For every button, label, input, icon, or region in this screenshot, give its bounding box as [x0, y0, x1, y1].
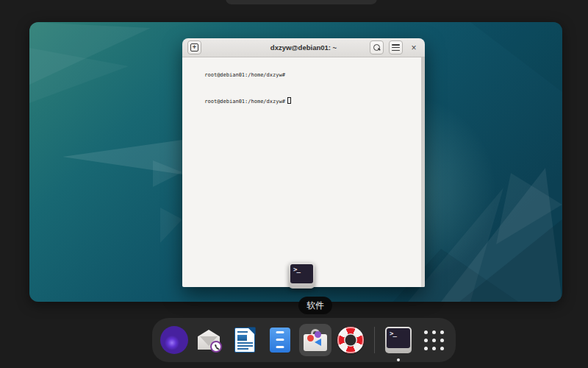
window-title: dxzyw@debian01: ~: [270, 43, 337, 52]
files-icon: [270, 328, 290, 353]
search-icon: [373, 44, 381, 52]
dash-item-files[interactable]: [264, 324, 296, 356]
running-indicator: [397, 358, 400, 361]
dash-item-evolution-mail[interactable]: [193, 324, 226, 356]
window-app-badge-terminal[interactable]: >_: [289, 263, 315, 289]
dash-separator: [374, 327, 375, 353]
evolution-mail-icon: [197, 329, 222, 351]
help-lifebuoy-icon: [337, 327, 364, 353]
software-icon: [304, 329, 327, 351]
dash-item-libreoffice-writer[interactable]: [229, 324, 261, 356]
terminal-window-preview[interactable]: + dxzyw@debian01: ~ × root@debian01:/hom…: [182, 38, 425, 287]
menu-button[interactable]: [389, 40, 403, 54]
new-tab-button[interactable]: +: [187, 40, 201, 54]
libreoffice-writer-icon: [234, 328, 255, 353]
app-grid-icon: [424, 330, 444, 350]
terminal-line: root@debian01:/home/dxzyw#: [186, 88, 420, 115]
terminal-titlebar: + dxzyw@debian01: ~ ×: [182, 38, 425, 57]
dash-item-firefox[interactable]: [158, 324, 190, 356]
dash-item-software[interactable]: [299, 324, 331, 356]
dash-item-app-grid[interactable]: [417, 324, 450, 356]
scrollbar[interactable]: [421, 57, 425, 287]
terminal-icon: >_: [385, 327, 412, 353]
terminal-output: root@debian01:/home/dxzyw# root@debian01…: [182, 57, 425, 287]
terminal-cursor: [287, 97, 291, 104]
close-button[interactable]: ×: [408, 42, 420, 54]
terminal-line: root@debian01:/home/dxzyw#: [186, 62, 420, 88]
search-button[interactable]: [370, 40, 384, 54]
new-tab-icon: +: [190, 43, 198, 52]
overview-search-entry[interactable]: [226, 0, 377, 4]
terminal-icon: >_: [290, 264, 313, 283]
dash: >_: [152, 318, 456, 362]
dash-item-help[interactable]: [334, 324, 367, 356]
dash-item-terminal[interactable]: >_: [382, 324, 415, 356]
dash-tooltip: 软件: [298, 297, 332, 314]
clock-icon: [210, 341, 222, 353]
firefox-icon: [160, 326, 188, 354]
hamburger-menu-icon: [392, 44, 400, 51]
